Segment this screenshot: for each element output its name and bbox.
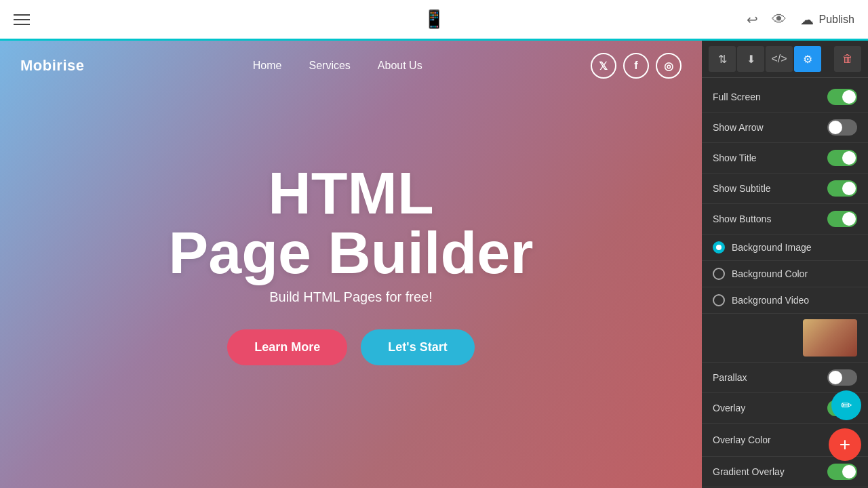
add-button[interactable]: + xyxy=(829,428,861,461)
show-title-toggle[interactable] xyxy=(827,150,857,166)
thumbnail-image xyxy=(803,319,857,357)
hero-title-line2: Page Builder xyxy=(169,223,534,283)
panel-toolbar: ⇅ ⬇ </> ⚙ 🗑 xyxy=(702,41,868,78)
hero-content: HTML Page Builder Build HTML Pages for f… xyxy=(0,41,702,488)
hero-title: HTML Page Builder xyxy=(169,163,534,283)
delete-button[interactable]: 🗑 xyxy=(834,46,861,72)
publish-button[interactable]: ☁ Publish xyxy=(800,12,854,28)
top-bar-right: ↩ 👁 ☁ Publish xyxy=(747,11,854,28)
bg-video-radio[interactable] xyxy=(713,294,725,306)
show-arrow-row: Show Arrow xyxy=(702,113,868,143)
instagram-icon[interactable]: ◎ xyxy=(656,53,682,79)
bg-video-row: Background Video xyxy=(702,287,868,314)
show-subtitle-row: Show Subtitle xyxy=(702,174,868,204)
bg-color-label: Background Color xyxy=(732,268,808,279)
hero-section: Mobirise Home Services About Us 𝕏 f ◎ HT… xyxy=(0,41,702,488)
show-subtitle-toggle[interactable] xyxy=(827,180,857,197)
preview-icon[interactable]: 👁 xyxy=(772,11,787,28)
show-subtitle-label: Show Subtitle xyxy=(713,183,771,194)
facebook-icon[interactable]: f xyxy=(623,53,649,79)
full-screen-row: Full Screen xyxy=(702,82,868,113)
brand-name: Mobirise xyxy=(20,57,84,75)
full-screen-toggle[interactable] xyxy=(827,89,857,105)
nav-social: 𝕏 f ◎ xyxy=(591,53,682,79)
right-panel: ⇅ ⬇ </> ⚙ 🗑 Full Screen Show Arrow Show … xyxy=(702,41,868,488)
parallax-row: Parallax xyxy=(702,363,868,393)
code-button[interactable]: </> xyxy=(766,46,793,72)
top-bar-center: 📱 xyxy=(423,9,445,30)
nav-home[interactable]: Home xyxy=(253,60,282,72)
show-buttons-toggle[interactable] xyxy=(827,211,857,227)
parallax-label: Parallax xyxy=(713,372,747,383)
nav-links: Home Services About Us xyxy=(253,60,422,72)
lets-start-button[interactable]: Let's Start xyxy=(361,329,474,365)
parallax-toggle[interactable] xyxy=(827,369,857,386)
brush-button[interactable]: ✏ xyxy=(831,390,861,420)
show-arrow-toggle[interactable] xyxy=(827,119,857,136)
gradient-overlay-row: Gradient Overlay xyxy=(702,457,868,487)
menu-icon[interactable] xyxy=(14,14,30,25)
settings-button[interactable]: ⚙ xyxy=(794,46,821,72)
publish-label: Publish xyxy=(819,14,854,26)
bg-image-radio[interactable] xyxy=(713,241,725,253)
panel-settings: Full Screen Show Arrow Show Title Show S… xyxy=(702,78,868,488)
bg-thumbnail-row xyxy=(702,314,868,363)
bg-image-row: Background Image xyxy=(702,235,868,261)
show-title-label: Show Title xyxy=(713,152,757,163)
learn-more-button[interactable]: Learn More xyxy=(227,329,347,365)
bg-thumbnail[interactable] xyxy=(803,319,857,357)
bg-color-row: Background Color xyxy=(702,261,868,287)
cloud-upload-icon: ☁ xyxy=(800,12,814,28)
show-title-row: Show Title xyxy=(702,143,868,174)
top-bar-left xyxy=(14,14,30,25)
hero-buttons: Learn More Let's Start xyxy=(227,329,474,365)
gradient-overlay-label: Gradient Overlay xyxy=(713,466,785,477)
nav-about[interactable]: About Us xyxy=(378,60,422,72)
undo-icon[interactable]: ↩ xyxy=(747,12,758,28)
overlay-label: Overlay xyxy=(713,403,745,413)
show-buttons-label: Show Buttons xyxy=(713,214,771,224)
bg-video-label: Background Video xyxy=(732,295,809,306)
show-arrow-label: Show Arrow xyxy=(713,122,764,133)
download-button[interactable]: ⬇ xyxy=(737,46,764,72)
show-buttons-row: Show Buttons xyxy=(702,204,868,235)
gradient-overlay-toggle[interactable] xyxy=(827,464,857,480)
twitter-icon[interactable]: 𝕏 xyxy=(591,53,616,79)
top-bar: 📱 ↩ 👁 ☁ Publish xyxy=(0,0,868,41)
full-screen-label: Full Screen xyxy=(713,92,761,102)
sort-button[interactable]: ⇅ xyxy=(709,46,736,72)
bg-image-label: Background Image xyxy=(732,242,812,253)
mobile-preview-icon[interactable]: 📱 xyxy=(423,9,445,30)
overlay-color-label: Overlay Color xyxy=(713,434,771,445)
hero-nav: Mobirise Home Services About Us 𝕏 f ◎ xyxy=(0,41,702,91)
nav-services[interactable]: Services xyxy=(309,60,350,72)
hero-title-line1: HTML xyxy=(169,163,534,223)
bg-color-radio[interactable] xyxy=(713,268,725,280)
main-area: Mobirise Home Services About Us 𝕏 f ◎ HT… xyxy=(0,41,868,488)
hero-subtitle: Build HTML Pages for free! xyxy=(269,289,432,305)
